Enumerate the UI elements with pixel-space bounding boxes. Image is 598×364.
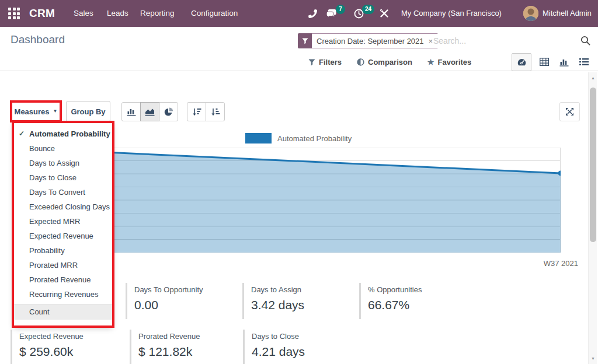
nav-menu-sales[interactable]: Sales bbox=[74, 0, 93, 27]
group-by-button[interactable]: Group By bbox=[66, 101, 110, 122]
tools-icon[interactable] bbox=[380, 9, 389, 18]
menu-item-label: Exceeded Closing Days bbox=[29, 202, 110, 211]
avatar[interactable] bbox=[523, 6, 538, 21]
messages-badge[interactable]: 7 bbox=[336, 5, 345, 14]
scrollbar-thumb[interactable] bbox=[590, 88, 596, 242]
favorites-label: Favorites bbox=[438, 58, 472, 66]
kpi-days-to-close: Days to Close 4.21 days bbox=[243, 330, 351, 364]
sort-ascending-button[interactable] bbox=[206, 102, 225, 121]
crm-dashboard-screen: CRM Sales Leads Reporting Configuration … bbox=[0, 0, 598, 364]
vertical-scrollbar[interactable]: ▲ ▼ bbox=[588, 72, 597, 364]
kpi-value: $ 259.60k bbox=[19, 345, 119, 359]
measures-menu-item[interactable]: Bounce bbox=[14, 141, 112, 156]
menu-item-label: Days To Convert bbox=[29, 188, 85, 197]
kpi-prorated-revenue: Prorated Revenue $ 121.82k bbox=[130, 330, 238, 364]
nav-menu-reporting[interactable]: Reporting bbox=[140, 0, 175, 27]
measures-menu-item-count[interactable]: Count bbox=[14, 304, 112, 320]
search-facet[interactable]: Creation Date: September 2021 × bbox=[298, 33, 438, 48]
menu-item-label: Expected Revenue bbox=[29, 232, 93, 240]
view-dashboard-button[interactable] bbox=[512, 53, 531, 71]
sort-descending-button[interactable] bbox=[187, 102, 206, 121]
check-icon: ✓ bbox=[19, 127, 25, 141]
measures-menu-item[interactable]: Days to Assign bbox=[14, 156, 112, 170]
measures-button-label: Measures bbox=[15, 107, 50, 116]
measures-dropdown-menu: ✓ Automated Probability Bounce Days to A… bbox=[14, 123, 112, 326]
menu-item-label: Recurring Revenues bbox=[29, 290, 99, 299]
view-graph-button[interactable] bbox=[557, 53, 571, 71]
scroll-up-icon[interactable]: ▲ bbox=[589, 76, 597, 80]
kpi-value: 3.42 days bbox=[251, 298, 350, 312]
filters-button[interactable]: Filters bbox=[308, 58, 342, 66]
sort-desc-icon bbox=[192, 108, 201, 116]
area-chart-type-button[interactable] bbox=[140, 102, 159, 121]
comparison-icon bbox=[357, 58, 364, 66]
avatar-image bbox=[523, 6, 538, 21]
view-switcher bbox=[512, 52, 591, 71]
search-icon[interactable] bbox=[580, 36, 590, 46]
measures-menu-item[interactable]: Prorated Revenue bbox=[14, 272, 112, 287]
measures-button[interactable]: Measures ▼ bbox=[12, 103, 60, 120]
measures-menu-item[interactable]: Days to Close bbox=[14, 170, 112, 185]
facet-close-icon[interactable]: × bbox=[429, 37, 433, 46]
kpi-label: Days to Close bbox=[252, 332, 351, 341]
kpi-label: Days To Opportunity bbox=[134, 285, 234, 294]
menu-item-label: Bounce bbox=[29, 144, 55, 153]
x-axis-tick-label: W37 2021 bbox=[502, 259, 578, 268]
comparison-button[interactable]: Comparison bbox=[357, 58, 412, 66]
chart-legend[interactable]: Automated Probability bbox=[245, 133, 352, 144]
sort-group bbox=[187, 102, 225, 121]
kpi-value: 66.67% bbox=[368, 298, 467, 312]
measures-menu-item[interactable]: Exceeded Closing Days bbox=[14, 200, 112, 214]
kpi-value: $ 121.82k bbox=[138, 345, 238, 359]
menu-item-label: Days to Assign bbox=[29, 159, 79, 167]
activities-badge[interactable]: 24 bbox=[362, 5, 374, 14]
measures-menu-item[interactable]: ✓ Automated Probability bbox=[14, 127, 112, 141]
measures-menu-item[interactable]: Prorated MRR bbox=[14, 258, 112, 272]
favorites-button[interactable]: ★ Favorites bbox=[427, 58, 471, 66]
expand-icon bbox=[565, 107, 574, 116]
scroll-down-icon[interactable]: ▼ bbox=[589, 356, 597, 360]
measures-menu-item[interactable]: Days To Convert bbox=[14, 185, 112, 200]
user-menu[interactable]: Mitchell Admin bbox=[543, 0, 592, 27]
comparison-label: Comparison bbox=[368, 58, 412, 66]
control-panel: Dashboard Creation Date: September 2021 … bbox=[0, 27, 598, 71]
dashboard-content: Measures ▼ Group By bbox=[0, 71, 598, 364]
measures-menu-item[interactable]: Expected Revenue bbox=[14, 229, 112, 243]
facet-label: Creation Date: September 2021 bbox=[317, 37, 424, 46]
nav-menu-leads[interactable]: Leads bbox=[107, 0, 128, 27]
dashboard-icon bbox=[517, 57, 527, 67]
nav-menu-configuration[interactable]: Configuration bbox=[191, 0, 238, 27]
measures-menu-item[interactable]: Recurring Revenues bbox=[14, 287, 112, 302]
app-brand[interactable]: CRM bbox=[29, 0, 55, 27]
search-input[interactable] bbox=[433, 34, 568, 48]
measures-menu-item[interactable]: Probability bbox=[14, 243, 112, 258]
favorites-star-icon: ★ bbox=[427, 58, 434, 66]
kpi-days-to-opportunity: Days To Opportunity 0.00 bbox=[126, 283, 234, 319]
expand-chart-button[interactable] bbox=[559, 102, 580, 121]
menu-item-label: Automated Probability bbox=[29, 130, 110, 138]
view-list-button[interactable] bbox=[576, 53, 591, 71]
phone-icon[interactable] bbox=[308, 9, 317, 18]
measures-menu-item[interactable]: Expected MRR bbox=[14, 214, 112, 229]
top-navbar: CRM Sales Leads Reporting Configuration … bbox=[0, 0, 598, 27]
menu-item-label: Probability bbox=[29, 246, 65, 255]
view-pivot-button[interactable] bbox=[537, 53, 551, 71]
messages-icon[interactable] bbox=[326, 9, 337, 19]
filters-label: Filters bbox=[319, 58, 342, 66]
company-switcher[interactable]: My Company (San Francisco) bbox=[401, 0, 502, 27]
pie-chart-type-button[interactable] bbox=[159, 102, 178, 121]
pie-chart-icon bbox=[164, 107, 173, 117]
menu-item-label: Prorated MRR bbox=[29, 261, 78, 270]
bar-chart-type-button[interactable] bbox=[121, 102, 141, 121]
page-title[interactable]: Dashboard bbox=[11, 33, 65, 46]
bar-chart-icon bbox=[127, 107, 136, 116]
kpi-label: Prorated Revenue bbox=[138, 332, 238, 341]
search-options-row: Filters Comparison ★ Favorites bbox=[308, 58, 471, 66]
kpi-value: 4.21 days bbox=[252, 345, 351, 359]
kpi-percent-opportunities: % Opportunities 66.67% bbox=[359, 283, 467, 319]
pivot-icon bbox=[540, 58, 549, 66]
list-icon bbox=[579, 58, 589, 66]
kpi-label: % Opportunities bbox=[368, 285, 467, 294]
kpi-days-to-assign: Days to Assign 3.42 days bbox=[242, 283, 350, 319]
apps-menu-icon[interactable] bbox=[8, 8, 20, 19]
